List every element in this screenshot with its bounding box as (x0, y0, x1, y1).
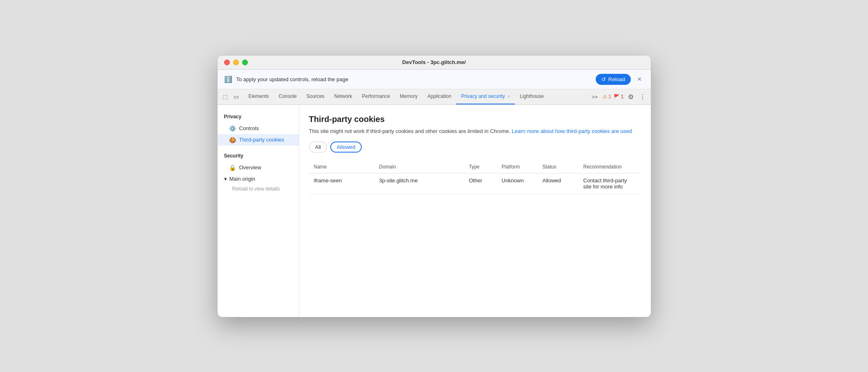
cell-status: Allowed (538, 173, 579, 194)
tabs-bar: ⬚ ▭ Elements Console Sources Network Per… (218, 89, 651, 105)
cookies-icon: 🍪 (229, 137, 236, 143)
cell-recommendation: Contact third-party site for more info (579, 173, 641, 194)
cell-type: Other (464, 173, 497, 194)
tab-application[interactable]: Application (423, 89, 456, 104)
sidebar-item-controls[interactable]: ⚙️ Controls (218, 123, 299, 134)
error-count: 1 (621, 94, 624, 100)
sidebar-item-third-party-cookies[interactable]: 🍪 Third-party cookies (218, 134, 299, 146)
minimize-traffic-light[interactable] (233, 60, 239, 65)
learn-more-link[interactable]: Learn more about how third-party cookies… (512, 128, 632, 134)
expand-arrow-icon: ▾ (224, 176, 227, 182)
tab-privacy-label: Privacy and security (461, 93, 505, 99)
tab-elements-label: Elements (249, 93, 269, 99)
tab-network[interactable]: Network (329, 89, 357, 104)
sidebar-controls-label: Controls (239, 125, 259, 131)
tab-performance-label: Performance (362, 93, 390, 99)
content-title: Third-party cookies (309, 115, 641, 124)
traffic-lights (224, 60, 248, 65)
tab-memory-label: Memory (400, 93, 417, 99)
reload-button-label: Reload (608, 76, 625, 82)
error-badge: 🚩 1 (614, 94, 624, 100)
close-traffic-light[interactable] (224, 60, 230, 65)
warning-count: 1 (608, 94, 611, 100)
filter-all-button[interactable]: All (309, 142, 327, 153)
table-row[interactable]: iframe-seen 3p-site.glitch.me Other Unkn… (309, 173, 641, 194)
devtools-window: DevTools - 3pc.glitch.me/ ℹ️ To apply yo… (217, 55, 651, 317)
tab-icons: ⬚ ▭ (221, 92, 240, 102)
settings-button[interactable]: ⚙ (626, 91, 635, 102)
tab-privacy[interactable]: Privacy and security × (456, 89, 515, 104)
inspect-icon[interactable]: ⬚ (221, 92, 229, 102)
table-header: Name Domain Type Platform Status Recomme… (309, 161, 641, 173)
tab-memory[interactable]: Memory (395, 89, 422, 104)
tab-privacy-close[interactable]: × (507, 94, 510, 99)
tab-console[interactable]: Console (274, 89, 302, 104)
sidebar-main-origin-expand[interactable]: ▾ Main origin (218, 173, 299, 184)
error-icon: 🚩 (614, 94, 620, 100)
tab-performance[interactable]: Performance (357, 89, 395, 104)
tab-sources-label: Sources (307, 93, 325, 99)
device-icon[interactable]: ▭ (232, 92, 240, 102)
tab-sources[interactable]: Sources (302, 89, 329, 104)
sidebar-reload-details: Reload to view details (218, 184, 299, 193)
reload-icon: ↺ (601, 76, 606, 82)
maximize-traffic-light[interactable] (242, 60, 248, 65)
sidebar-cookies-label: Third-party cookies (239, 137, 285, 143)
more-options-button[interactable]: ⋮ (638, 91, 648, 102)
cell-platform: Unknown (497, 173, 538, 194)
banner-text: To apply your updated controls, reload t… (236, 76, 592, 82)
reload-banner: ℹ️ To apply your updated controls, reloa… (218, 70, 651, 89)
content-desc-text: This site might not work if third-party … (309, 128, 510, 134)
controls-icon: ⚙️ (229, 125, 236, 132)
reload-button[interactable]: ↺ Reload (596, 74, 631, 85)
info-icon: ℹ️ (224, 75, 232, 83)
sidebar-overview-label: Overview (239, 164, 261, 170)
tab-lighthouse[interactable]: Lighthouse (515, 89, 549, 104)
titlebar: DevTools - 3pc.glitch.me/ (218, 55, 651, 70)
col-header-platform: Platform (497, 161, 538, 173)
filter-buttons: All Allowed (309, 142, 641, 153)
sidebar-item-overview[interactable]: 🔒 Overview (218, 162, 299, 173)
tab-network-label: Network (334, 93, 352, 99)
tab-lighthouse-label: Lighthouse (520, 93, 544, 99)
col-header-domain: Domain (374, 161, 464, 173)
col-header-recommendation: Recommendation (579, 161, 641, 173)
security-section-title: Security (218, 151, 299, 161)
table-body: iframe-seen 3p-site.glitch.me Other Unkn… (309, 173, 641, 194)
more-tabs-button[interactable]: >> (589, 92, 600, 102)
tabs-right: >> ⚠ 1 🚩 1 ⚙ ⋮ (589, 91, 648, 102)
lock-icon: 🔒 (229, 164, 236, 171)
main-layout: Privacy ⚙️ Controls 🍪 Third-party cookie… (218, 105, 651, 317)
banner-close-button[interactable]: × (635, 74, 644, 84)
cell-name: iframe-seen (309, 173, 374, 194)
content-description: This site might not work if third-party … (309, 127, 641, 135)
security-subsection: Security 🔒 Overview ▾ Main origin Reload… (218, 151, 299, 193)
warning-icon: ⚠ (603, 94, 607, 100)
window-title: DevTools - 3pc.glitch.me/ (402, 59, 466, 65)
sidebar: Privacy ⚙️ Controls 🍪 Third-party cookie… (218, 105, 299, 317)
cookies-table: Name Domain Type Platform Status Recomme… (309, 161, 641, 194)
tab-console-label: Console (279, 93, 297, 99)
warning-badge: ⚠ 1 (603, 94, 611, 100)
col-header-type: Type (464, 161, 497, 173)
sidebar-main-origin-label: Main origin (229, 176, 256, 182)
col-header-name: Name (309, 161, 374, 173)
privacy-section-title: Privacy (218, 111, 299, 122)
main-content: Third-party cookies This site might not … (299, 105, 651, 317)
reload-details-label: Reload to view details (232, 186, 280, 192)
filter-allowed-button[interactable]: Allowed (330, 142, 362, 153)
cell-domain: 3p-site.glitch.me (374, 173, 464, 194)
tab-elements[interactable]: Elements (244, 89, 274, 104)
col-header-status: Status (538, 161, 579, 173)
tab-application-label: Application (427, 93, 452, 99)
